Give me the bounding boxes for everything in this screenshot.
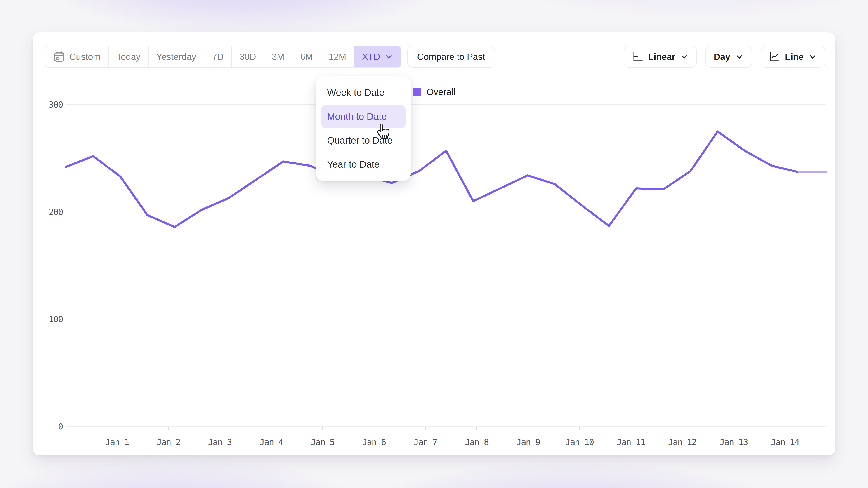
series-line-overall bbox=[33, 32, 835, 455]
dropdown-item-quarter-to-date[interactable]: Quarter to Date bbox=[321, 129, 405, 152]
dropdown-item-month-to-date[interactable]: Month to Date bbox=[321, 105, 405, 128]
dropdown-item-week-to-date[interactable]: Week to Date bbox=[321, 81, 405, 104]
dropdown-item-year-to-date[interactable]: Year to Date bbox=[321, 153, 405, 176]
series-line-main bbox=[66, 131, 799, 227]
mouse-pointer-cursor bbox=[375, 122, 391, 142]
analytics-chart-card: CustomTodayYesterday7D30D3M6M12MXTD Comp… bbox=[33, 32, 835, 455]
period-dropdown-menu: Week to DateMonth to DateQuarter to Date… bbox=[316, 76, 411, 181]
page: { "toolbar": { "range_buttons": ["Custom… bbox=[0, 0, 868, 488]
line-chart-plot: 3002001000Jan 1Jan 2Jan 3Jan 4Jan 5Jan 6… bbox=[33, 32, 835, 455]
